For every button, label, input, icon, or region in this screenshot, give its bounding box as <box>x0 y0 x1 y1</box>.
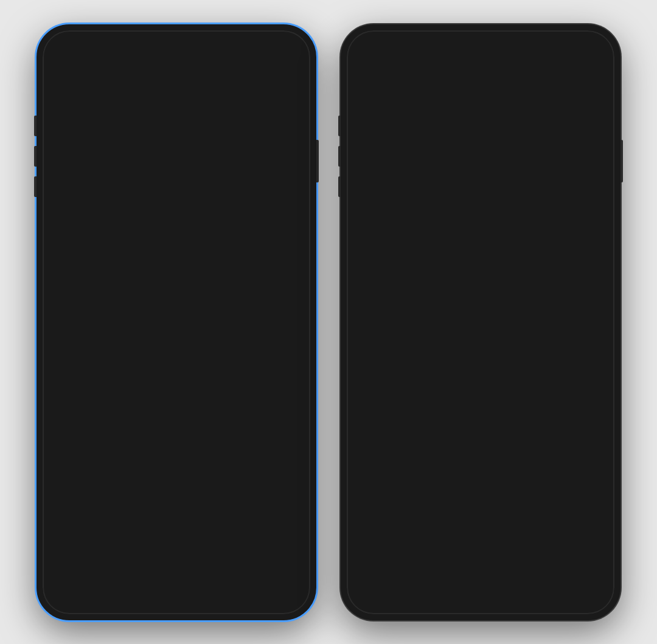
camera-dot-left <box>192 36 199 44</box>
background-photo-right <box>347 30 614 614</box>
phone-screen-right: Cancel Done Wednesday, June 22 3:52 ⊡ Pi… <box>347 30 614 614</box>
phone-right: Cancel Done Wednesday, June 22 3:52 ⊡ Pi… <box>341 24 620 620</box>
paraglider-large <box>190 223 202 232</box>
more-icon-left[interactable]: ··· <box>273 584 284 595</box>
done-button-left[interactable]: Done <box>255 57 298 76</box>
gallery-icon-left[interactable]: ⊡ <box>69 581 80 597</box>
gallery-icon-right[interactable]: ⊡ <box>373 581 384 597</box>
cancel-button-right[interactable]: Cancel <box>359 57 408 76</box>
paraglider-small <box>152 277 159 283</box>
paraglider-small-right <box>464 288 473 296</box>
cancel-button-left[interactable]: Cancel <box>55 57 104 76</box>
done-button-right[interactable]: Done <box>560 57 602 76</box>
background-photo-left <box>43 30 310 614</box>
notch-left <box>137 30 216 50</box>
paraglider-large-right <box>479 239 495 252</box>
phone-left: Cancel Done Wednesday, June 22 3:52 ⊡ Pi… <box>36 24 316 620</box>
phone-screen-left: Cancel Done Wednesday, June 22 3:52 ⊡ Pi… <box>43 30 310 614</box>
more-icon-right[interactable]: ··· <box>577 584 588 595</box>
notch-right <box>441 30 520 50</box>
camera-dot-right <box>496 36 503 44</box>
